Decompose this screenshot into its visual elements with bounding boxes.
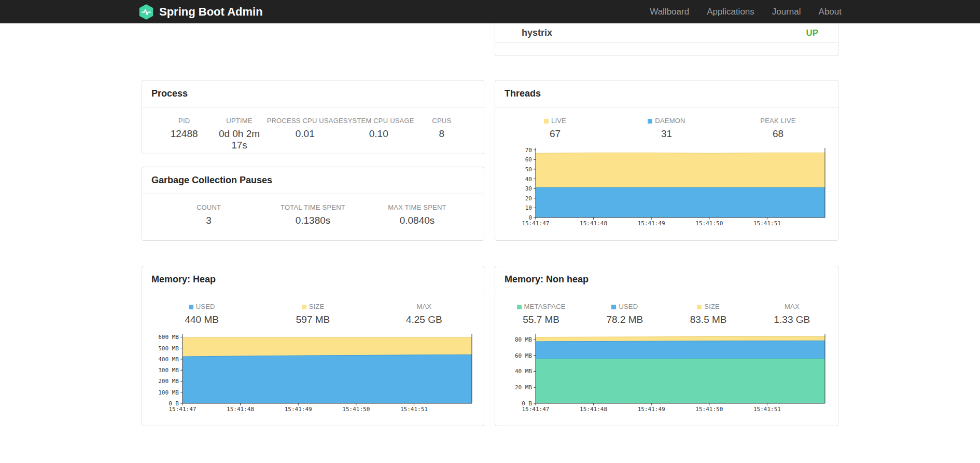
applications-card: hystrix UP [495,23,838,56]
legend-swatch-yellow [302,305,306,309]
svg-text:15:41:50: 15:41:50 [342,406,370,413]
legend-swatch-blue [189,305,193,309]
legend-item-max: MAX 1.33 GB [750,303,834,325]
memory-nonheap-legend: METASPACE 55.7 MB USED 78.2 MB SIZE 83.5… [495,293,838,325]
stat-value: 3 [157,215,261,226]
svg-text:15:41:50: 15:41:50 [695,220,723,227]
stat-label: TOTAL TIME SPENT [261,203,365,211]
stat-value: 0.10 [343,128,414,140]
svg-text:15:41:49: 15:41:49 [638,220,665,227]
threads-card-header: Threads [495,80,838,107]
legend-value: 440 MB [146,314,257,325]
stat-process-cpu-usage: PROCESS CPU USAGE 0.01 [267,117,343,151]
svg-text:15:41:51: 15:41:51 [400,406,428,413]
svg-text:15:41:47: 15:41:47 [522,406,550,413]
svg-text:15:41:49: 15:41:49 [285,406,312,413]
memory-heap-legend: USED 440 MB SIZE 597 MB MAX 4.25 GB [142,293,484,325]
legend-swatch-yellow [697,305,702,309]
stat-label: PID [157,117,212,125]
legend-value: 31 [611,128,722,140]
svg-text:40 MB: 40 MB [515,368,532,375]
svg-text:15:41:51: 15:41:51 [753,220,781,227]
stat-value: 0.1380s [261,215,365,226]
legend-swatch-blue [648,119,652,124]
stat-label: CPUS [414,117,469,125]
stat-label: MAX TIME SPENT [365,203,469,211]
nav-item-journal[interactable]: Journal [772,7,801,17]
svg-text:100 MB: 100 MB [158,389,179,396]
gc-card-header: Garbage Collection Pauses [142,167,484,194]
stat-value: 0d 0h 2m 17s [212,128,267,151]
garbage-collection-card: Garbage Collection Pauses COUNT 3 TOTAL … [142,167,484,241]
svg-text:600 MB: 600 MB [158,334,179,341]
legend-item-max: MAX 4.25 GB [369,303,480,325]
stat-value: 0.0840s [365,215,469,226]
legend-swatch-yellow [544,119,549,124]
svg-text:60 MB: 60 MB [515,352,532,359]
svg-text:50: 50 [525,166,532,173]
nav-links: Wallboard Applications Journal About [650,7,842,17]
memory-nonheap-card-header: Memory: Non heap [495,266,838,293]
memory-heap-card-header: Memory: Heap [142,266,484,293]
svg-text:30: 30 [525,185,532,192]
legend-label: DAEMON [611,117,722,125]
navbar-inner: Spring Boot Admin Wallboard Applications… [138,4,842,20]
stat-gc-count: COUNT 3 [157,203,261,226]
legend-item-used: USED 78.2 MB [583,303,666,325]
legend-value: 55.7 MB [499,314,583,325]
legend-item-daemon: DAEMON 31 [611,117,722,140]
brand-link[interactable]: Spring Boot Admin [138,4,263,20]
svg-text:500 MB: 500 MB [158,345,179,352]
legend-label: PEAK LIVE [722,117,834,125]
memory-heap-card: Memory: Heap USED 440 MB SIZE 597 MB MAX… [142,266,484,426]
memory-nonheap-card: Memory: Non heap METASPACE 55.7 MB USED … [495,266,838,426]
stat-label: SYSTEM CPU USAGE [343,117,414,125]
svg-text:300 MB: 300 MB [158,367,179,374]
threads-card-title: Threads [505,88,541,99]
process-stats-row: PID 12488 UPTIME 0d 0h 2m 17s PROCESS CP… [142,107,484,151]
legend-item-metaspace: METASPACE 55.7 MB [499,303,583,325]
memory-heap-chart: 0 B100 MB200 MB300 MB400 MB500 MB600 MB1… [149,332,484,417]
gc-stats-row: COUNT 3 TOTAL TIME SPENT 0.1380s MAX TIM… [142,194,484,226]
nav-item-about[interactable]: About [819,7,842,17]
stat-gc-max-time: MAX TIME SPENT 0.0840s [365,203,469,226]
stat-label: PROCESS CPU USAGE [267,117,343,125]
legend-label: SIZE [257,303,368,310]
application-status-badge: UP [806,28,818,38]
legend-item-peak-live: PEAK LIVE 68 [722,117,834,140]
navbar: Spring Boot Admin Wallboard Applications… [0,0,980,23]
gc-card-title: Garbage Collection Pauses [151,175,272,185]
legend-swatch-blue [611,305,616,309]
left-column: Process PID 12488 UPTIME 0d 0h 2m 17s PR… [142,23,484,426]
nav-item-applications[interactable]: Applications [707,7,754,17]
brand-title: Spring Boot Admin [159,5,263,19]
memory-nonheap-card-title: Memory: Non heap [505,274,589,284]
spring-boot-admin-logo-icon [138,4,154,20]
svg-text:20: 20 [525,195,532,202]
legend-label: MAX [369,303,480,310]
svg-text:70: 70 [525,147,532,154]
svg-text:80 MB: 80 MB [515,336,532,343]
svg-text:20 MB: 20 MB [515,384,532,391]
stat-uptime: UPTIME 0d 0h 2m 17s [212,117,267,151]
svg-text:15:41:48: 15:41:48 [227,406,254,413]
legend-label: LIVE [499,117,611,125]
nav-item-wallboard[interactable]: Wallboard [650,7,689,17]
legend-label: USED [583,303,666,310]
threads-card: Threads LIVE 67 DAEMON 31 PEAK LIVE 68 0… [495,80,838,241]
legend-value: 83.5 MB [667,314,750,325]
svg-text:15:41:51: 15:41:51 [753,406,781,413]
main-content: Process PID 12488 UPTIME 0d 0h 2m 17s PR… [142,23,838,426]
legend-label: MAX [750,303,834,310]
legend-value: 68 [722,128,834,140]
application-row-hystrix[interactable]: hystrix UP [495,23,838,43]
legend-value: 78.2 MB [583,314,666,325]
right-column: hystrix UP Threads LIVE 67 DAEMON 31 PEA… [495,23,838,426]
svg-text:15:41:49: 15:41:49 [638,406,665,413]
legend-value: 67 [499,128,611,140]
legend-label: USED [146,303,257,310]
legend-item-size: SIZE 83.5 MB [667,303,750,325]
legend-item-live: LIVE 67 [499,117,611,140]
stat-label: COUNT [157,203,261,211]
application-name[interactable]: hystrix [522,28,552,38]
